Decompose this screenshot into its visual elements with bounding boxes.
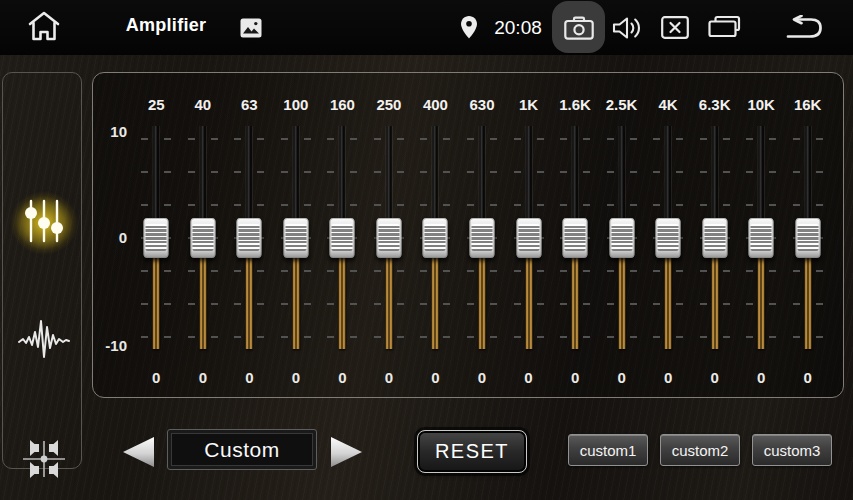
reset-button[interactable]: RESET (417, 430, 527, 473)
tick-mark (467, 303, 474, 305)
band-freq-label: 25 (133, 96, 180, 113)
tick-mark (816, 171, 823, 173)
next-preset-button[interactable] (329, 436, 365, 468)
tick-mark (397, 138, 404, 140)
tick-mark (234, 336, 241, 338)
tick-mark (746, 171, 753, 173)
band-freq-label: 40 (180, 96, 227, 113)
band-freq-label: 1.6K (552, 96, 599, 113)
tick-mark (443, 270, 450, 272)
eq-slider-knob[interactable] (190, 218, 215, 258)
photo-icon[interactable] (240, 18, 262, 38)
tick-mark (443, 138, 450, 140)
recent-apps-icon[interactable] (706, 14, 743, 39)
camera-button[interactable] (552, 1, 605, 53)
tick-mark (676, 204, 683, 206)
tick-mark (281, 336, 288, 338)
band-value-label: 0 (366, 369, 413, 386)
eq-slider-knob[interactable] (423, 218, 448, 258)
eq-slider-knob[interactable] (609, 218, 634, 258)
tick-mark (188, 138, 195, 140)
tick-mark (630, 270, 637, 272)
tick-mark (141, 204, 148, 206)
tick-mark (769, 270, 776, 272)
equalizer-panel: 10 0 -10 25 0 40 0 63 0 100 0 160 (92, 72, 844, 398)
tick-mark (350, 138, 357, 140)
eq-slider-knob[interactable] (563, 218, 588, 258)
eq-slider-knob[interactable] (376, 218, 401, 258)
tick-mark (490, 270, 497, 272)
tick-mark (211, 171, 218, 173)
tick-mark (257, 138, 264, 140)
sidebar-item-fader-balance[interactable] (12, 429, 76, 493)
tick-mark (700, 204, 707, 206)
eq-band: 400 0 (412, 73, 459, 397)
eq-slider-knob[interactable] (144, 218, 169, 258)
prev-preset-button[interactable] (120, 436, 156, 468)
eq-slider-knob[interactable] (749, 218, 774, 258)
tick-mark (420, 138, 427, 140)
volume-icon[interactable] (612, 14, 643, 42)
eq-band: 10K 0 (738, 73, 785, 397)
tick-mark (257, 336, 264, 338)
tick-mark (560, 270, 567, 272)
eq-slider-knob[interactable] (283, 218, 308, 258)
eq-slider-knob[interactable] (330, 218, 355, 258)
eq-band: 250 0 (366, 73, 413, 397)
back-icon[interactable] (784, 15, 825, 40)
tick-mark (188, 336, 195, 338)
eq-slider-knob[interactable] (516, 218, 541, 258)
tick-mark (281, 204, 288, 206)
tick-mark (653, 270, 660, 272)
eq-slider-knob[interactable] (656, 218, 681, 258)
tick-mark (420, 303, 427, 305)
tick-mark (141, 270, 148, 272)
preset-selector[interactable]: Custom (167, 429, 317, 470)
tick-mark (374, 336, 381, 338)
eq-band: 160 0 (319, 73, 366, 397)
tick-mark (234, 270, 241, 272)
tick-mark (141, 336, 148, 338)
tick-mark (304, 336, 311, 338)
sidebar-item-equalizer[interactable] (12, 191, 76, 255)
tick-mark (350, 270, 357, 272)
band-freq-label: 10K (738, 96, 785, 113)
tick-mark (420, 171, 427, 173)
tick-mark (514, 303, 521, 305)
tick-mark (676, 336, 683, 338)
eq-band: 630 0 (459, 73, 506, 397)
tick-mark (676, 270, 683, 272)
tick-mark (443, 171, 450, 173)
eq-slider-knob[interactable] (702, 218, 727, 258)
tick-mark (350, 303, 357, 305)
tick-mark (281, 138, 288, 140)
tick-mark (164, 270, 171, 272)
sidebar (2, 72, 82, 469)
tick-mark (583, 303, 590, 305)
close-window-icon[interactable] (661, 16, 689, 39)
eq-slider-knob[interactable] (237, 218, 262, 258)
sidebar-item-sound-effect[interactable] (12, 309, 76, 373)
preset-button-custom3[interactable]: custom3 (752, 434, 832, 466)
tick-mark (397, 171, 404, 173)
waveform-icon (18, 316, 70, 366)
tick-mark (746, 138, 753, 140)
home-icon[interactable] (26, 10, 62, 42)
tick-mark (304, 204, 311, 206)
tick-mark (537, 303, 544, 305)
eq-slider-knob[interactable] (469, 218, 494, 258)
band-freq-label: 6.3K (691, 96, 738, 113)
tick-mark (793, 303, 800, 305)
tick-mark (490, 138, 497, 140)
eq-slider-knob[interactable] (795, 218, 820, 258)
tick-mark (211, 138, 218, 140)
tick-mark (630, 336, 637, 338)
tick-mark (234, 303, 241, 305)
tick-mark (188, 204, 195, 206)
tick-mark (397, 270, 404, 272)
band-value-label: 0 (645, 369, 692, 386)
preset-button-custom1[interactable]: custom1 (568, 434, 648, 466)
tick-mark (723, 204, 730, 206)
preset-button-custom2[interactable]: custom2 (660, 434, 740, 466)
tick-mark (327, 270, 334, 272)
